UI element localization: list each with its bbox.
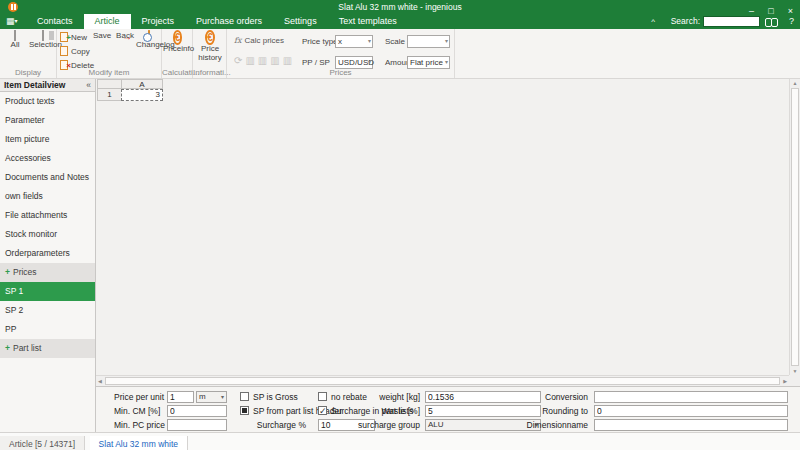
selection-button[interactable]: Selection	[29, 31, 57, 49]
tab-article[interactable]: Article	[84, 14, 131, 29]
sidebar-item-own-fields[interactable]: own fields	[0, 187, 95, 206]
pricelist-icon[interactable]: ▥	[270, 55, 282, 66]
tab-current-article[interactable]: Slat Alu 32 mm white	[90, 436, 188, 450]
euro-clock-icon: €	[205, 30, 215, 45]
new-button[interactable]: New	[60, 31, 94, 45]
scroll-down-icon[interactable]: ▼	[790, 368, 800, 374]
pricelist-icon[interactable]: ▥	[283, 55, 295, 66]
pricelist-icon[interactable]: ▥	[245, 55, 257, 66]
all-button[interactable]: All	[1, 31, 29, 49]
titlebar: Slat Alu 32 mm white - ingenious – □ ×	[0, 0, 800, 14]
dimensionname-input[interactable]	[594, 419, 788, 431]
collapse-sidebar-icon[interactable]: «	[86, 79, 91, 92]
grid-selected-cell[interactable]: 3	[121, 89, 163, 101]
sidebar-item-documents-and-notes[interactable]: Documents and Notes	[0, 168, 95, 187]
scroll-left-icon[interactable]: ◀	[98, 378, 102, 384]
min-cm-label: Min. CM [%]	[114, 405, 160, 417]
copy-button[interactable]: Copy	[60, 45, 94, 59]
price-type-select[interactable]: x▾	[335, 35, 373, 48]
ribbon: All Selection Display New Copy Delete Sa…	[0, 29, 800, 79]
price-per-unit-label: Price per unit	[114, 391, 164, 403]
sidebar-item-product-texts[interactable]: Product texts	[0, 92, 95, 111]
vertical-scrollbar-thumb[interactable]	[791, 88, 799, 366]
search-label: Search:	[671, 14, 700, 29]
tab-contacts[interactable]: Contacts	[26, 14, 84, 29]
scroll-right-icon[interactable]: ▶	[783, 378, 787, 384]
sidebar-item-parameter[interactable]: Parameter	[0, 111, 95, 130]
sidebar-item-sp2[interactable]: SP 2	[0, 301, 95, 320]
horizontal-scrollbar[interactable]: ◀ ▶	[96, 375, 789, 386]
surcharge-in-part-lists-checkbox[interactable]	[318, 406, 327, 415]
price-grid-area: A 1 3 ▲ ▼ ◀ ▶	[96, 79, 800, 386]
copy-item-icon	[60, 46, 68, 56]
sidebar-item-accessories[interactable]: Accessories	[0, 149, 95, 168]
binoculars-search-icon[interactable]	[765, 18, 778, 26]
item-detailview-sidebar: « Item Detailview Product texts Paramete…	[0, 79, 96, 432]
no-rebate-checkbox[interactable]	[318, 392, 327, 401]
window-title: Slat Alu 32 mm white - ingenious	[0, 0, 800, 14]
min-pc-price-input[interactable]	[167, 419, 227, 431]
plus-icon: +	[5, 343, 10, 353]
grid-corner-cell[interactable]	[97, 79, 121, 89]
sidebar-item-stock-monitor[interactable]: Stock monitor	[0, 225, 95, 244]
sidebar-item-sp1[interactable]: SP 1	[0, 282, 95, 301]
ribbon-group-display: All Selection Display	[0, 29, 57, 78]
fx-icon: fx	[234, 36, 241, 45]
price-per-unit-input[interactable]	[167, 391, 194, 403]
sidebar-item-file-attachments[interactable]: File attachments	[0, 206, 95, 225]
save-button[interactable]: Save	[90, 31, 114, 40]
pricelist-icon[interactable]: ▥	[258, 55, 270, 66]
conversion-input[interactable]	[594, 391, 788, 403]
changelog-button[interactable]: Changelog	[136, 31, 162, 49]
grid-column-header[interactable]: A	[121, 79, 163, 89]
chevron-down-icon: ▾	[368, 36, 371, 47]
vertical-scrollbar[interactable]: ▲ ▼	[789, 79, 800, 375]
conversion-label: Conversion	[511, 391, 588, 403]
chevron-down-icon: ▾	[15, 18, 18, 24]
refresh-icon[interactable]: ⟳	[234, 55, 245, 66]
tab-settings[interactable]: Settings	[273, 14, 328, 29]
grid-row-header[interactable]: 1	[97, 89, 121, 101]
new-item-icon	[60, 32, 68, 42]
back-button[interactable]: Back	[114, 31, 136, 40]
price-history-button[interactable]: € Price history	[196, 31, 224, 62]
surcharge-pct-label: Surcharge %	[240, 419, 306, 431]
database-clock-icon	[148, 30, 150, 41]
group-label-prices: Prices	[227, 68, 454, 77]
min-cm-input[interactable]	[167, 405, 227, 417]
horizontal-scrollbar-thumb[interactable]	[105, 377, 780, 385]
euro-coin-icon: €	[173, 30, 183, 45]
sidebar-item-pp[interactable]: PP	[0, 320, 95, 339]
rounding-to-input[interactable]	[594, 405, 788, 417]
calc-prices-button[interactable]: fxCalc prices	[234, 36, 284, 45]
help-icon[interactable]: ?	[789, 14, 794, 29]
sp-is-gross-checkbox[interactable]	[240, 392, 249, 401]
search-input[interactable]	[703, 16, 760, 27]
scroll-up-icon[interactable]: ▲	[790, 80, 800, 86]
group-label-calculation: Calculati...	[162, 68, 192, 77]
priceinfo-button[interactable]: € Priceinfo	[163, 31, 192, 53]
tab-text-templates[interactable]: Text templates	[328, 14, 408, 29]
sidebar-group-prices[interactable]: +Prices	[0, 263, 95, 282]
table-icon	[14, 30, 16, 41]
application-menu-button[interactable]: ▦▾	[6, 14, 18, 29]
scrollbar-corner	[789, 375, 800, 386]
sp-from-part-list-header-checkbox[interactable]	[240, 406, 249, 415]
ribbon-group-calculation: € Priceinfo Calculati...	[162, 29, 193, 78]
collapse-ribbon-icon[interactable]: ^	[651, 14, 655, 29]
chevron-down-icon: ▾	[445, 36, 448, 47]
ribbon-group-information: € Price history Informati...	[193, 29, 227, 78]
group-label-modify-item: Modify item	[57, 68, 161, 77]
app-window: Slat Alu 32 mm white - ingenious – □ × ▦…	[0, 0, 800, 450]
ribbon-group-modify-item: New Copy Delete Save Back Changelog Modi…	[57, 29, 162, 78]
sidebar-item-item-picture[interactable]: Item picture	[0, 130, 95, 149]
sidebar-item-orderparameters[interactable]: Orderparameters	[0, 244, 95, 263]
menu-tabs: Contacts Article Projects Purchase order…	[26, 14, 408, 29]
sidebar-group-part-list[interactable]: +Part list	[0, 339, 95, 358]
scale-select[interactable]: ▾	[407, 35, 450, 48]
tab-article-list[interactable]: Article [5 / 14371]	[0, 436, 85, 450]
tab-projects[interactable]: Projects	[131, 14, 186, 29]
unit-select[interactable]: m▾	[196, 391, 227, 403]
tab-purchase-orders[interactable]: Purchase orders	[185, 14, 273, 29]
price-details-form: Price per unit m▾ SP is Gross no rebate …	[96, 386, 800, 432]
